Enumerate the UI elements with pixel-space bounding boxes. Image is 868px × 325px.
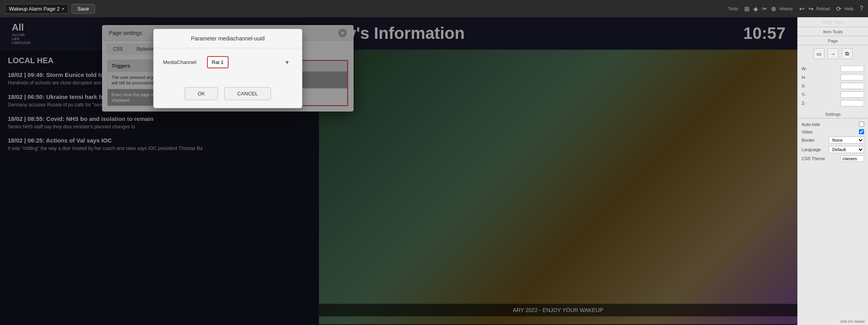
h-label: H- [802,75,806,80]
auto-hide-checkbox[interactable] [859,122,864,127]
wrench-icon[interactable]: ✂ [762,5,767,13]
undo-icon[interactable]: ↩ [799,5,804,13]
history-icons: ↩ ↪ [799,5,813,13]
media-channel-select[interactable]: Rai 1 Rai 2 Rai 3 BBC CNN [207,56,229,68]
sub-dialog-overlay: Parameter mediachannel-uuid MediaChannel… [103,26,353,111]
video-label: Video [802,130,813,134]
page-settings-dialog: Page settings ✕ CSS Stylesheets Eventhan… [102,25,353,111]
x-input[interactable] [841,83,864,89]
page-label: Page [798,36,868,45]
y-control: Y- [802,91,864,98]
reload-section: Reload ⟳ [817,5,842,13]
page-selector[interactable]: Wakeup Alarm Page 2 ▾ [5,4,68,14]
css-theme-input[interactable] [841,155,864,162]
right-panel: 📄 🔒 Page Tools Item Tools Page ▭ → ⧉ W- … [797,0,868,325]
page-tools-label: Page Tools [798,17,868,27]
sub-dialog: Parameter mediachannel-uuid MediaChannel… [153,29,302,108]
stack-icon[interactable]: ⊕ [771,5,776,13]
x-control: X- [802,83,864,89]
bottom-label: 1to0 1% master [840,320,865,323]
h-input[interactable] [841,74,864,80]
reload-label: Reload [817,6,830,11]
sub-dialog-title: Parameter mediachannel-uuid [154,29,302,48]
ok-button[interactable]: OK [185,87,218,100]
help-icon[interactable]: ? [860,5,863,12]
top-toolbar: Wakeup Alarm Page 2 ▾ Save Tools ⊞ ◈ ✂ ⊕… [0,0,868,17]
shape-icons-row: ▭ → ⧉ [798,45,868,62]
history-section: History ↩ ↪ [779,5,813,13]
item-tools-label: Item Tools [798,27,868,36]
auto-hide-control: Auto-hide [802,122,864,127]
media-channel-row: MediaChannel: Rai 1 Rai 2 Rai 3 BBC CNN [163,56,293,68]
video-checkbox[interactable] [859,129,864,134]
border-select[interactable]: None [829,137,864,144]
arrow-right-icon[interactable]: → [828,48,839,59]
auto-hide-label: Auto-hide [802,122,820,127]
sub-dialog-body: MediaChannel: Rai 1 Rai 2 Rai 3 BBC CNN [154,48,302,82]
help-section: Help ? [844,5,863,12]
copy-icon[interactable]: ⧉ [842,48,853,59]
media-channel-select-wrapper: Rai 1 Rai 2 Rai 3 BBC CNN [207,56,293,68]
w-input[interactable] [841,66,864,72]
main-area: All ACCORLIFELIMITLESS Today's Informati… [0,17,797,325]
history-label: History [779,6,793,11]
settings-label: Settings [798,110,868,119]
w-label: W- [802,66,807,71]
border-control: Border None [802,137,864,144]
rect-icon[interactable]: ▭ [813,48,824,59]
border-label: Border [802,138,815,142]
language-label: Language [802,147,821,152]
page-settings-overlay: Page settings ✕ CSS Stylesheets Eventhan… [0,17,797,325]
video-control: Video [802,129,864,134]
help-label: Help [844,6,853,11]
reload-icon[interactable]: ⟳ [836,5,841,13]
w-control: W- [802,66,864,72]
tools-section: Tools ⊞ ◈ ✂ ⊕ [728,5,776,13]
tools-icons: ⊞ ◈ ✂ ⊕ [744,5,776,13]
grid-icon[interactable]: ⊞ [744,5,749,13]
language-control: Language Default [802,146,864,153]
chevron-down-icon: ▾ [62,7,64,11]
settings-controls: Auto-hide Video Border None Language Def… [798,119,868,165]
layers-icon[interactable]: ◈ [753,5,758,13]
z-input[interactable] [841,100,864,106]
z-label: Z- [802,101,806,106]
redo-icon[interactable]: ↪ [808,5,813,13]
y-label: Y- [802,92,806,97]
sub-dialog-footer: OK CANCEL [154,82,302,108]
tools-label: Tools [728,6,738,11]
css-theme-control: CSS Theme [802,155,864,162]
page-selector-label: Wakeup Alarm Page 2 [9,6,60,12]
language-select[interactable]: Default [829,146,864,153]
css-theme-label: CSS Theme [802,156,825,161]
right-controls: W- H- X- Y- Z- [798,62,868,110]
media-channel-label: MediaChannel: [163,59,202,65]
x-label: X- [802,84,806,88]
z-control: Z- [802,100,864,106]
y-input[interactable] [841,91,864,98]
h-control: H- [802,74,864,80]
save-button[interactable]: Save [71,4,95,14]
cancel-button[interactable]: CANCEL [224,87,271,100]
